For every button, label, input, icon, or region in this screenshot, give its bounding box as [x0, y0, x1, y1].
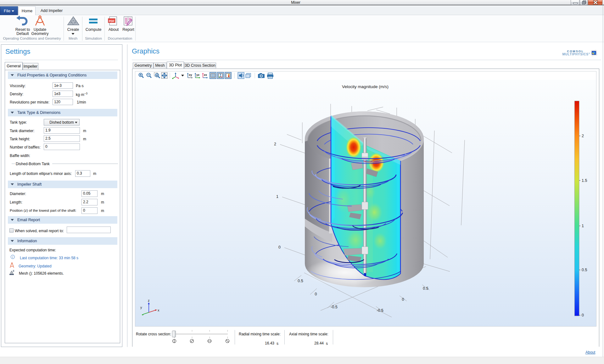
svg-text:0: 0 [278, 245, 281, 249]
svg-text:-0.5: -0.5 [377, 308, 383, 313]
svg-text:PDF: PDF [109, 20, 115, 23]
svg-text:0: 0 [402, 297, 404, 302]
svg-text:0.5: 0.5 [423, 286, 428, 291]
svg-text:x: x [158, 308, 159, 312]
svg-text:0.5: 0.5 [582, 268, 587, 272]
svg-text:y: y [140, 305, 142, 309]
svg-text:1: 1 [276, 194, 278, 199]
svg-text:z: z [148, 299, 150, 302]
svg-text:Velocity magnitude (m/s): Velocity magnitude (m/s) [342, 84, 389, 89]
svg-text:1.5: 1.5 [582, 178, 587, 183]
svg-text:0.5: 0.5 [298, 279, 303, 283]
svg-text:2: 2 [582, 134, 584, 138]
svg-text:0: 0 [315, 292, 317, 296]
svg-text:zx: zx [204, 73, 207, 76]
svg-text:-0.5: -0.5 [331, 305, 338, 309]
svg-text:0: 0 [582, 313, 584, 317]
svg-text:1: 1 [582, 224, 584, 228]
svg-text:2: 2 [274, 142, 276, 146]
svg-text:xy: xy [189, 73, 192, 76]
svg-text:yz: yz [196, 73, 199, 76]
